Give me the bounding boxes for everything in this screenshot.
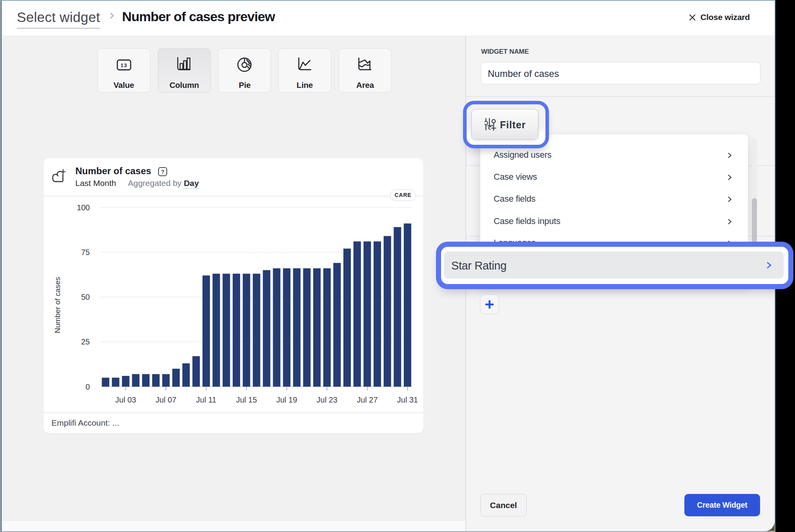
svg-text:100: 100 xyxy=(77,203,90,212)
svg-text:50: 50 xyxy=(81,293,90,301)
svg-text:Jul 23: Jul 23 xyxy=(317,395,337,404)
svg-text:25: 25 xyxy=(81,337,90,346)
svg-text:Jul 11: Jul 11 xyxy=(196,395,217,404)
svg-text:Jul 03: Jul 03 xyxy=(115,395,136,404)
svg-text:13: 13 xyxy=(120,62,127,68)
svg-text:0: 0 xyxy=(86,383,90,391)
svg-text:Jul 19: Jul 19 xyxy=(276,395,297,404)
svg-text:Jul 27: Jul 27 xyxy=(357,395,377,404)
svg-text:Jul 15: Jul 15 xyxy=(236,395,257,404)
svg-text:Jul 31: Jul 31 xyxy=(397,395,418,404)
svg-text:75: 75 xyxy=(81,248,90,257)
svg-text:Jul 07: Jul 07 xyxy=(155,395,176,404)
svg-text:Number of cases: Number of cases xyxy=(53,277,62,333)
